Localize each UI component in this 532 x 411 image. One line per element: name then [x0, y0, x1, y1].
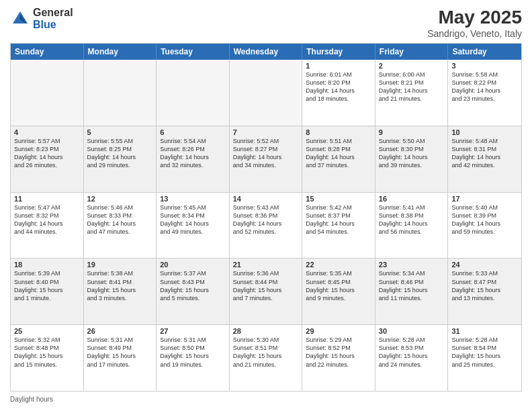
header-day-friday: Friday — [375, 44, 449, 60]
footer-text: Daylight hours — [10, 396, 53, 403]
day-number: 17 — [451, 195, 518, 203]
day-info: Sunrise: 5:52 AMSunset: 8:27 PMDaylight:… — [233, 137, 299, 170]
header-day-sunday: Sunday — [11, 44, 84, 60]
title-section: May 2025 Sandrigo, Veneto, Italy — [427, 7, 522, 39]
header-day-monday: Monday — [84, 44, 157, 60]
day-info: Sunrise: 5:31 AMSunset: 8:49 PMDaylight:… — [87, 336, 153, 369]
day-number: 10 — [451, 128, 518, 136]
day-info: Sunrise: 5:50 AMSunset: 8:30 PMDaylight:… — [379, 137, 445, 170]
logo-icon — [10, 9, 30, 29]
day-number: 6 — [160, 128, 226, 136]
calendar-cell: 9Sunrise: 5:50 AMSunset: 8:30 PMDaylight… — [375, 126, 449, 192]
day-number: 13 — [160, 195, 226, 203]
calendar-cell: 2Sunrise: 6:00 AMSunset: 8:21 PMDaylight… — [375, 60, 449, 126]
calendar-cell: 21Sunrise: 5:36 AMSunset: 8:44 PMDayligh… — [230, 259, 303, 324]
page: General Blue May 2025 Sandrigo, Veneto, … — [0, 0, 532, 411]
day-number: 7 — [233, 128, 299, 136]
day-number: 24 — [451, 261, 518, 269]
day-info: Sunrise: 5:43 AMSunset: 8:36 PMDaylight:… — [233, 203, 299, 236]
day-info: Sunrise: 5:48 AMSunset: 8:31 PMDaylight:… — [451, 137, 518, 170]
calendar-cell: 30Sunrise: 5:28 AMSunset: 8:53 PMDayligh… — [375, 325, 449, 391]
logo-blue: Blue — [33, 19, 73, 31]
day-number: 29 — [306, 327, 371, 335]
header-day-wednesday: Wednesday — [230, 44, 303, 60]
day-info: Sunrise: 5:32 AMSunset: 8:48 PMDaylight:… — [14, 336, 80, 369]
main-title: May 2025 — [427, 7, 522, 28]
day-info: Sunrise: 5:47 AMSunset: 8:32 PMDaylight:… — [14, 203, 80, 236]
calendar-cell: 3Sunrise: 5:58 AMSunset: 8:22 PMDaylight… — [448, 60, 521, 126]
day-number: 30 — [379, 327, 445, 335]
logo-general: General — [33, 7, 73, 19]
calendar-row-3: 11Sunrise: 5:47 AMSunset: 8:32 PMDayligh… — [11, 193, 521, 259]
calendar-cell: 1Sunrise: 6:01 AMSunset: 8:20 PMDaylight… — [302, 60, 375, 126]
day-info: Sunrise: 5:28 AMSunset: 8:53 PMDaylight:… — [379, 336, 445, 369]
calendar-cell: 29Sunrise: 5:29 AMSunset: 8:52 PMDayligh… — [302, 325, 375, 391]
day-number: 22 — [306, 261, 371, 269]
day-number: 4 — [14, 128, 80, 136]
day-info: Sunrise: 5:40 AMSunset: 8:39 PMDaylight:… — [451, 203, 518, 236]
day-number: 20 — [160, 261, 226, 269]
footer-note: Daylight hours — [10, 394, 522, 404]
calendar-cell: 28Sunrise: 5:30 AMSunset: 8:51 PMDayligh… — [230, 325, 303, 391]
logo-text: General Blue — [33, 7, 73, 30]
day-number: 16 — [379, 195, 445, 203]
calendar-cell — [84, 60, 157, 126]
day-number: 1 — [306, 62, 371, 70]
header: General Blue May 2025 Sandrigo, Veneto, … — [10, 7, 522, 39]
logo: General Blue — [10, 7, 73, 30]
calendar-cell: 19Sunrise: 5:38 AMSunset: 8:41 PMDayligh… — [84, 259, 157, 324]
calendar-row-4: 18Sunrise: 5:39 AMSunset: 8:40 PMDayligh… — [11, 259, 521, 325]
calendar-cell: 8Sunrise: 5:51 AMSunset: 8:28 PMDaylight… — [302, 126, 375, 192]
day-info: Sunrise: 5:58 AMSunset: 8:22 PMDaylight:… — [451, 71, 518, 103]
calendar-cell: 4Sunrise: 5:57 AMSunset: 8:23 PMDaylight… — [11, 126, 84, 192]
header-day-thursday: Thursday — [302, 44, 375, 60]
calendar-row-1: 1Sunrise: 6:01 AMSunset: 8:20 PMDaylight… — [11, 60, 521, 126]
day-info: Sunrise: 5:28 AMSunset: 8:54 PMDaylight:… — [451, 336, 518, 369]
day-info: Sunrise: 5:30 AMSunset: 8:51 PMDaylight:… — [233, 336, 299, 369]
calendar-cell: 23Sunrise: 5:34 AMSunset: 8:46 PMDayligh… — [375, 259, 449, 324]
calendar-cell: 15Sunrise: 5:42 AMSunset: 8:37 PMDayligh… — [302, 193, 375, 259]
day-number: 18 — [14, 261, 80, 269]
calendar-cell: 25Sunrise: 5:32 AMSunset: 8:48 PMDayligh… — [11, 325, 84, 391]
day-info: Sunrise: 5:37 AMSunset: 8:43 PMDaylight:… — [160, 269, 226, 302]
header-day-saturday: Saturday — [448, 44, 521, 60]
day-info: Sunrise: 5:57 AMSunset: 8:23 PMDaylight:… — [14, 137, 80, 170]
day-number: 2 — [379, 62, 445, 70]
day-number: 9 — [379, 128, 445, 136]
calendar-cell: 6Sunrise: 5:54 AMSunset: 8:26 PMDaylight… — [157, 126, 230, 192]
calendar-body: 1Sunrise: 6:01 AMSunset: 8:20 PMDaylight… — [11, 60, 521, 391]
day-number: 5 — [87, 128, 153, 136]
calendar-cell: 5Sunrise: 5:55 AMSunset: 8:25 PMDaylight… — [84, 126, 157, 192]
day-info: Sunrise: 5:38 AMSunset: 8:41 PMDaylight:… — [87, 269, 153, 302]
day-info: Sunrise: 5:51 AMSunset: 8:28 PMDaylight:… — [306, 137, 371, 170]
day-info: Sunrise: 5:42 AMSunset: 8:37 PMDaylight:… — [306, 203, 371, 236]
calendar-cell — [157, 60, 230, 126]
day-info: Sunrise: 5:31 AMSunset: 8:50 PMDaylight:… — [160, 336, 226, 369]
day-info: Sunrise: 5:34 AMSunset: 8:46 PMDaylight:… — [379, 269, 445, 302]
calendar-row-2: 4Sunrise: 5:57 AMSunset: 8:23 PMDaylight… — [11, 126, 521, 193]
day-info: Sunrise: 5:54 AMSunset: 8:26 PMDaylight:… — [160, 137, 226, 170]
day-info: Sunrise: 5:46 AMSunset: 8:33 PMDaylight:… — [87, 203, 153, 236]
day-number: 14 — [233, 195, 299, 203]
subtitle: Sandrigo, Veneto, Italy — [427, 28, 522, 39]
calendar-cell: 11Sunrise: 5:47 AMSunset: 8:32 PMDayligh… — [11, 193, 84, 259]
day-number: 31 — [451, 327, 518, 335]
calendar-cell: 18Sunrise: 5:39 AMSunset: 8:40 PMDayligh… — [11, 259, 84, 324]
calendar-header: SundayMondayTuesdayWednesdayThursdayFrid… — [11, 44, 521, 60]
calendar-cell: 17Sunrise: 5:40 AMSunset: 8:39 PMDayligh… — [448, 193, 521, 259]
day-info: Sunrise: 5:39 AMSunset: 8:40 PMDaylight:… — [14, 269, 80, 302]
day-info: Sunrise: 5:35 AMSunset: 8:45 PMDaylight:… — [306, 269, 371, 302]
calendar-cell: 27Sunrise: 5:31 AMSunset: 8:50 PMDayligh… — [157, 325, 230, 391]
day-info: Sunrise: 5:55 AMSunset: 8:25 PMDaylight:… — [87, 137, 153, 170]
day-number: 21 — [233, 261, 299, 269]
day-number: 12 — [87, 195, 153, 203]
day-info: Sunrise: 5:36 AMSunset: 8:44 PMDaylight:… — [233, 269, 299, 302]
day-number: 25 — [14, 327, 80, 335]
day-number: 27 — [160, 327, 226, 335]
calendar-cell: 24Sunrise: 5:33 AMSunset: 8:47 PMDayligh… — [448, 259, 521, 324]
calendar-cell — [230, 60, 303, 126]
day-number: 11 — [14, 195, 80, 203]
day-info: Sunrise: 5:41 AMSunset: 8:38 PMDaylight:… — [379, 203, 445, 236]
day-info: Sunrise: 5:45 AMSunset: 8:34 PMDaylight:… — [160, 203, 226, 236]
day-number: 26 — [87, 327, 153, 335]
